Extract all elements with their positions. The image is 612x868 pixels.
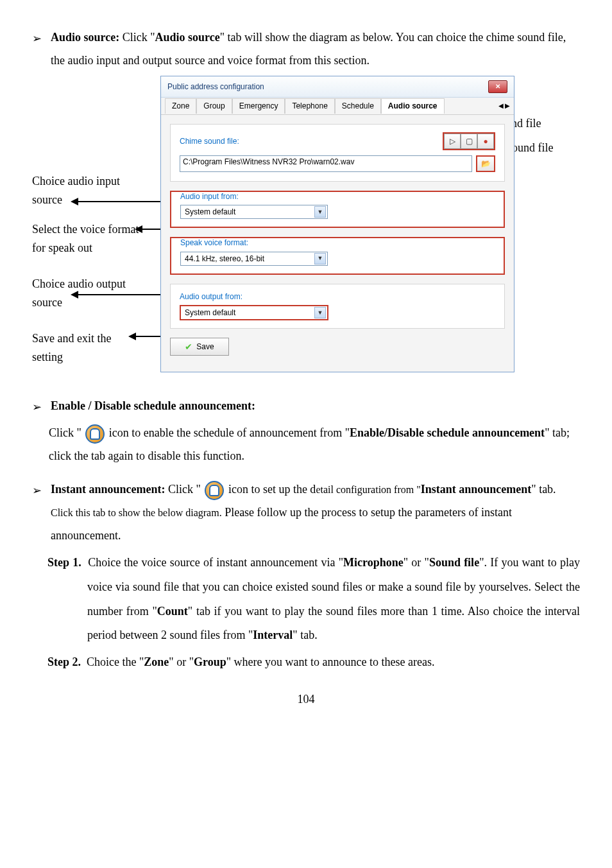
tab-schedule[interactable]: Schedule	[335, 98, 381, 113]
dropdown-arrow-icon: ▼	[314, 206, 326, 218]
step2-text: Step 2. Choice the "Zone" or "Group" whe…	[87, 650, 580, 675]
audio-source-paragraph: Audio source: Click "Audio source" tab w…	[51, 26, 580, 72]
save-button[interactable]: ✔ Save	[170, 338, 229, 356]
panel-speak-format: Speak voice format: 44.1 kHz, stereo, 16…	[170, 237, 505, 274]
dialog-titlebar: Public address configuration ✕	[161, 76, 514, 98]
dialog-title-text: Public address configuration	[167, 82, 264, 91]
play-icon: ▷	[450, 137, 455, 146]
tab-telephone[interactable]: Telephone	[285, 98, 334, 113]
bullet-arrow: ➢	[32, 479, 42, 502]
play-button[interactable]: ▷	[444, 134, 461, 149]
tab-scroll[interactable]: ◀▶	[498, 102, 510, 110]
chime-label: Chime sound file:	[180, 137, 439, 146]
chime-path-input[interactable]: C:\Program Files\Witness NVR32 Pro\warn0…	[180, 155, 472, 172]
panel-audio-output: Audio output from: System default ▼	[170, 284, 505, 329]
audio-output-value: System default	[185, 308, 235, 317]
audio-output-select[interactable]: System default ▼	[180, 305, 328, 320]
close-icon: ✕	[495, 83, 500, 91]
dropdown-arrow-icon: ▼	[314, 307, 326, 318]
save-label: Save	[196, 342, 214, 351]
bullet-arrow: ➢	[32, 395, 42, 419]
label-audio-output: Choice audio output source	[32, 275, 154, 312]
panel-chime: Chime sound file: ▷ ▢ ● C:\Program Files…	[170, 124, 505, 182]
chime-controls: ▷ ▢ ●	[443, 132, 495, 150]
speak-format-label: Speak voice format:	[180, 238, 495, 247]
check-icon: ✔	[185, 342, 192, 352]
enable-disable-heading: Enable / Disable schedule announcement:	[51, 394, 580, 417]
folder-icon: 📂	[481, 159, 491, 168]
microphone-instant-icon	[205, 481, 224, 500]
record-button[interactable]: ●	[477, 134, 494, 149]
audio-input-value: System default	[185, 207, 235, 216]
audio-output-label: Audio output from:	[180, 292, 495, 301]
speak-format-select[interactable]: 44.1 kHz, stereo, 16-bit ▼	[180, 252, 328, 266]
page-number: 104	[32, 688, 580, 711]
audio-input-label: Audio input from:	[180, 192, 495, 201]
bullet-arrow: ➢	[32, 27, 42, 50]
audio-source-diagram: Choice audio input source Select the voi…	[32, 76, 558, 384]
stop-button[interactable]: ▢	[461, 134, 477, 149]
step1-text: Step 1. Choice the voice source of insta…	[87, 551, 580, 648]
tab-zone[interactable]: Zone	[165, 98, 196, 113]
stop-icon: ▢	[466, 137, 473, 146]
tab-emergency[interactable]: Emergency	[232, 98, 285, 113]
browse-button[interactable]: 📂	[476, 155, 495, 172]
instant-announcement-body: Instant announcement: Click " icon to se…	[51, 478, 580, 547]
record-icon: ●	[483, 137, 488, 146]
tab-group[interactable]: Group	[196, 98, 232, 113]
speak-format-value: 44.1 kHz, stereo, 16-bit	[185, 254, 264, 263]
label-save-exit: Save and exit the setting	[32, 329, 141, 367]
dropdown-arrow-icon: ▼	[314, 253, 326, 265]
enable-disable-body: Click " icon to enable the schedule of a…	[49, 421, 580, 467]
dialog-window: Public address configuration ✕ Zone Grou…	[160, 76, 514, 372]
close-button[interactable]: ✕	[488, 80, 507, 93]
audio-input-select[interactable]: System default ▼	[180, 205, 328, 219]
label-audio-input: Choice audio input source	[32, 172, 148, 209]
tab-audio-source[interactable]: Audio source	[381, 98, 445, 113]
microphone-enable-icon	[85, 424, 105, 444]
panel-audio-input: Audio input from: System default ▼	[170, 191, 505, 228]
tabs-row: Zone Group Emergency Telephone Schedule …	[161, 98, 514, 115]
